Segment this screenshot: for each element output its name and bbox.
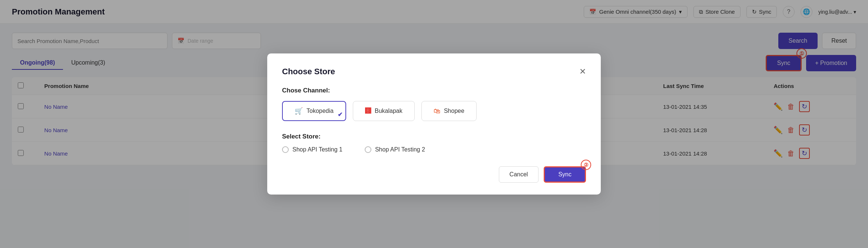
store-option-2-label: Shop API Testing 2 xyxy=(375,146,425,153)
bukalapak-icon: 🅱 xyxy=(365,108,371,114)
store-options: Shop API Testing 1 Shop API Testing 2 xyxy=(282,146,586,153)
choose-store-modal: Choose Store ✕ Chose Channel: 🛒 Tokopedi… xyxy=(267,53,601,195)
radio-circle-2 xyxy=(365,146,371,153)
store-option-2[interactable]: Shop API Testing 2 xyxy=(365,146,425,153)
store-option-1[interactable]: Shop API Testing 1 xyxy=(282,146,342,153)
shopee-label: Shopee xyxy=(444,108,464,114)
annotation-2: ② xyxy=(581,160,591,170)
radio-circle-1 xyxy=(282,146,289,153)
modal-header: Choose Store ✕ xyxy=(282,67,586,76)
channel-options: 🛒 Tokopedia ✔ 🅱 Bukalapak 🛍 Shopee xyxy=(282,101,586,121)
modal-footer: Cancel ② Sync xyxy=(282,166,586,183)
check-mark-icon: ✔ xyxy=(338,111,342,118)
tokopedia-label: Tokopedia xyxy=(307,108,334,114)
shopee-icon: 🛍 xyxy=(434,107,440,115)
channel-option-shopee[interactable]: 🛍 Shopee xyxy=(421,101,477,121)
channel-option-bukalapak[interactable]: 🅱 Bukalapak xyxy=(353,101,415,121)
tokopedia-icon: 🛒 xyxy=(295,107,303,115)
channel-section-label: Chose Channel: xyxy=(282,87,586,94)
channel-option-tokopedia[interactable]: 🛒 Tokopedia ✔ xyxy=(282,101,346,121)
store-option-1-label: Shop API Testing 1 xyxy=(292,146,342,153)
modal-close-button[interactable]: ✕ xyxy=(579,68,586,76)
modal-backdrop: Choose Store ✕ Chose Channel: 🛒 Tokopedi… xyxy=(0,0,868,248)
modal-title: Choose Store xyxy=(282,67,335,76)
store-section-label: Select Store: xyxy=(282,133,586,140)
bukalapak-label: Bukalapak xyxy=(375,108,402,114)
cancel-button[interactable]: Cancel xyxy=(499,166,539,183)
modal-sync-annotated: ② Sync xyxy=(544,166,586,183)
modal-sync-button[interactable]: Sync xyxy=(544,166,586,183)
